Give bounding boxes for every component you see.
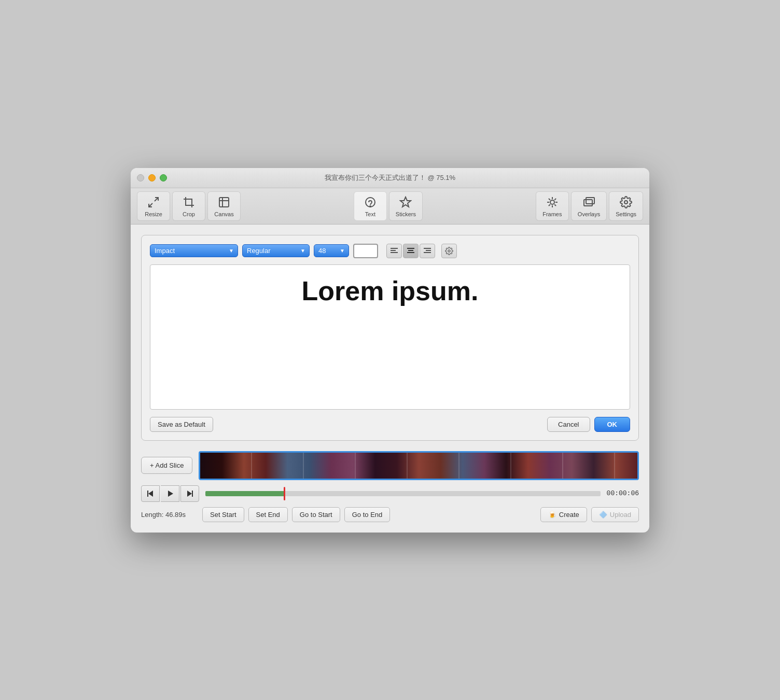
svg-line-1	[149, 203, 152, 207]
stickers-icon	[398, 195, 413, 209]
maximize-button[interactable]	[160, 174, 167, 181]
svg-rect-27	[426, 250, 431, 251]
svg-marker-32	[168, 491, 173, 497]
settings-label: Settings	[616, 211, 636, 217]
toolbar-right-group: Frames Overlays Settings	[536, 191, 643, 221]
font-select-wrapper: Impact Arial Helvetica ▼	[150, 244, 238, 257]
canvas-label: Canvas	[214, 211, 233, 217]
set-start-button[interactable]: Set Start	[202, 507, 244, 522]
close-button[interactable]	[137, 174, 144, 181]
resize-icon	[146, 195, 161, 209]
font-select[interactable]: Impact Arial Helvetica	[150, 244, 238, 257]
svg-line-14	[554, 204, 556, 206]
stickers-button[interactable]: Stickers	[389, 191, 423, 221]
set-end-button[interactable]: Set End	[248, 507, 288, 522]
svg-line-16	[549, 204, 550, 206]
text-label: Text	[365, 211, 375, 217]
align-center-button[interactable]	[403, 244, 419, 258]
cancel-button[interactable]: Cancel	[547, 417, 590, 432]
create-button[interactable]: 🍺 Create	[540, 507, 587, 522]
text-edit-area[interactable]: Lorem ipsum.	[150, 264, 630, 410]
canvas-button[interactable]: Canvas	[207, 191, 241, 221]
align-right-button[interactable]	[420, 244, 435, 258]
svg-rect-20	[391, 248, 398, 249]
crop-icon	[182, 195, 196, 209]
minimize-button[interactable]	[148, 174, 156, 181]
svg-point-6	[370, 206, 371, 207]
playback-controls	[141, 485, 199, 502]
frames-button[interactable]: Frames	[536, 191, 569, 221]
go-to-end-button[interactable]: Go to End	[344, 507, 391, 522]
toolbar-center-group: Text Stickers	[354, 191, 423, 221]
time-display: 00:00:06	[607, 489, 639, 497]
go-to-start-button[interactable]: Go to Start	[292, 507, 340, 522]
resize-button[interactable]: Resize	[137, 191, 170, 221]
text-panel: Impact Arial Helvetica ▼ Regular Bold It…	[141, 235, 639, 441]
svg-rect-21	[391, 250, 396, 251]
svg-point-29	[448, 250, 450, 252]
svg-marker-34	[187, 491, 192, 497]
text-settings-button[interactable]	[441, 244, 457, 258]
scrubber-wrapper[interactable]	[205, 485, 601, 502]
frames-label: Frames	[542, 211, 562, 217]
upload-icon: 🔷	[599, 511, 607, 519]
svg-rect-28	[424, 252, 431, 253]
svg-rect-33	[192, 491, 193, 497]
svg-point-19	[624, 201, 628, 204]
text-icon	[363, 195, 378, 209]
filmstrip-inner	[200, 453, 637, 479]
style-select-wrapper: Regular Bold Italic ▼	[242, 244, 310, 257]
align-left-button[interactable]	[386, 244, 402, 258]
resize-label: Resize	[145, 211, 162, 217]
scrubber-track	[205, 491, 601, 496]
add-slice-button[interactable]: + Add Slice	[141, 457, 192, 474]
overlays-label: Overlays	[578, 211, 600, 217]
svg-rect-22	[391, 252, 398, 253]
save-default-button[interactable]: Save as Default	[150, 417, 213, 432]
stickers-label: Stickers	[396, 211, 416, 217]
titlebar: 我宣布你们三个今天正式出道了！ @ 75.1%	[131, 168, 649, 188]
window-title: 我宣布你们三个今天正式出道了！ @ 75.1%	[325, 173, 455, 183]
action-row: Length: 46.89s Set Start Set End Go to S…	[141, 507, 639, 522]
lorem-text: Lorem ipsum.	[161, 275, 619, 306]
settings-toolbar-button[interactable]: Settings	[609, 191, 643, 221]
svg-rect-17	[584, 200, 592, 206]
ok-button[interactable]: OK	[594, 417, 631, 432]
text-panel-footer: Save as Default Cancel OK	[150, 417, 630, 432]
svg-line-0	[155, 198, 158, 201]
filmstrip-overlay	[200, 453, 637, 479]
canvas-icon	[217, 195, 231, 209]
go-to-start-playback-button[interactable]	[141, 485, 160, 502]
traffic-lights	[137, 174, 167, 181]
toolbar: Resize Crop	[131, 188, 649, 225]
style-select[interactable]: Regular Bold Italic	[242, 244, 310, 257]
svg-rect-30	[147, 491, 148, 497]
overlays-button[interactable]: Overlays	[571, 191, 607, 221]
align-buttons	[386, 244, 435, 258]
play-button[interactable]	[161, 485, 179, 502]
text-controls: Impact Arial Helvetica ▼ Regular Bold It…	[150, 244, 630, 258]
color-picker[interactable]	[353, 244, 378, 258]
text-button[interactable]: Text	[354, 191, 387, 221]
go-to-end-playback-button[interactable]	[180, 485, 199, 502]
crop-label: Crop	[183, 211, 195, 217]
crop-button[interactable]: Crop	[172, 191, 205, 221]
create-label: Create	[559, 511, 579, 519]
toolbar-left-group: Resize Crop	[137, 191, 241, 221]
scrubber-handle	[284, 487, 285, 500]
overlays-icon	[582, 195, 596, 209]
filmstrip-row: + Add Slice	[141, 451, 639, 480]
svg-line-15	[554, 198, 556, 200]
timeline-section: + Add Slice	[141, 451, 639, 522]
filmstrip	[199, 451, 639, 480]
size-select[interactable]: 48 24 36 72	[314, 244, 349, 257]
svg-point-8	[550, 200, 554, 204]
svg-rect-26	[424, 248, 431, 249]
svg-marker-31	[148, 491, 153, 497]
footer-buttons: Cancel OK	[547, 417, 630, 432]
svg-rect-23	[407, 248, 414, 249]
upload-label: Upload	[610, 511, 631, 519]
app-window: 我宣布你们三个今天正式出道了！ @ 75.1% Resize	[131, 168, 649, 533]
playback-row: 00:00:06	[141, 485, 639, 502]
upload-button[interactable]: 🔷 Upload	[591, 507, 639, 522]
